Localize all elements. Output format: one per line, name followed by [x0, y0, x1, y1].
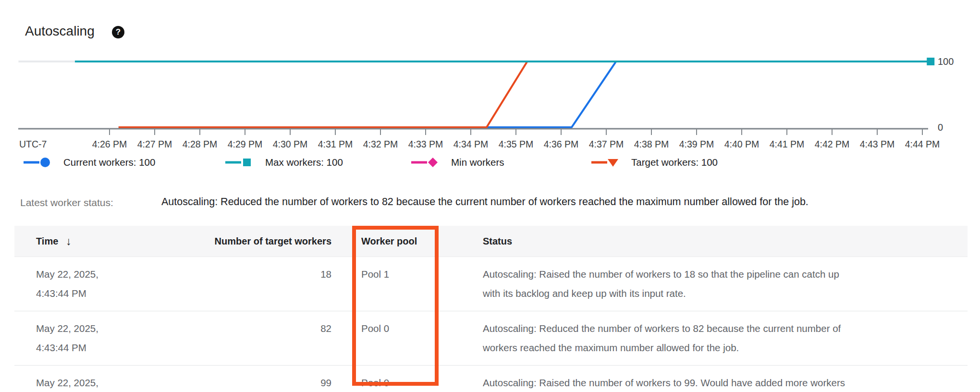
- target-workers-line-triangle-icon: [591, 156, 619, 169]
- svg-text:4:26 PM: 4:26 PM: [92, 139, 127, 149]
- svg-text:4:29 PM: 4:29 PM: [228, 139, 263, 149]
- legend-label: Target workers: 100: [631, 157, 718, 168]
- svg-text:4:34 PM: 4:34 PM: [453, 139, 489, 149]
- svg-text:0: 0: [938, 122, 943, 133]
- legend-item-min-workers[interactable]: Min workers: [411, 156, 504, 169]
- svg-text:4:36 PM: 4:36 PM: [544, 139, 579, 149]
- legend-item-current-workers[interactable]: Current workers: 100: [23, 156, 155, 169]
- legend-label: Min workers: [451, 157, 504, 168]
- worker-pool-cell: Pool 0: [341, 311, 456, 346]
- table-row: May 22, 2025, 4:34:14 PM 99 Pool 0 Autos…: [14, 365, 968, 392]
- table-header-row: Time↓ Number of target workers Worker po…: [14, 226, 968, 257]
- svg-text:100: 100: [938, 56, 954, 67]
- svg-text:4:40 PM: 4:40 PM: [724, 139, 760, 149]
- column-header-target-workers: Number of target workers: [183, 236, 341, 247]
- sort-descending-icon[interactable]: ↓: [66, 235, 72, 248]
- target-workers-cell: 99: [183, 366, 341, 392]
- svg-text:4:35 PM: 4:35 PM: [499, 139, 534, 149]
- column-header-status: Status: [456, 236, 968, 247]
- status-cell: Autoscaling: Reduced the number of worke…: [456, 311, 968, 365]
- table-row: May 22, 2025, 4:43:44 PM 18 Pool 1 Autos…: [14, 257, 968, 311]
- status-cell: Autoscaling: Raised the number of worker…: [456, 257, 968, 311]
- svg-text:4:28 PM: 4:28 PM: [183, 139, 218, 149]
- max-workers-line-square-icon: [225, 156, 253, 169]
- column-header-time[interactable]: Time↓: [14, 235, 183, 248]
- latest-worker-status-value: Autoscaling: Reduced the number of worke…: [161, 196, 808, 208]
- svg-text:4:41 PM: 4:41 PM: [770, 139, 805, 149]
- svg-text:4:33 PM: 4:33 PM: [408, 139, 443, 149]
- legend-label: Current workers: 100: [63, 157, 155, 168]
- svg-text:4:32 PM: 4:32 PM: [363, 139, 398, 149]
- worker-pool-cell: Pool 0: [341, 366, 456, 392]
- svg-text:4:27 PM: 4:27 PM: [137, 139, 172, 149]
- svg-text:4:43 PM: 4:43 PM: [860, 139, 895, 149]
- svg-text:4:31 PM: 4:31 PM: [318, 139, 353, 149]
- time-cell: May 22, 2025, 4:43:44 PM: [14, 257, 183, 311]
- svg-text:UTC-7: UTC-7: [19, 139, 47, 149]
- svg-text:4:30 PM: 4:30 PM: [273, 139, 308, 149]
- svg-text:4:42 PM: 4:42 PM: [815, 139, 850, 149]
- svg-text:4:38 PM: 4:38 PM: [634, 139, 669, 149]
- legend-item-max-workers[interactable]: Max workers: 100: [225, 156, 343, 169]
- svg-text:4:44 PM: 4:44 PM: [905, 139, 940, 149]
- time-cell: May 22, 2025, 4:43:44 PM: [14, 311, 183, 365]
- worker-pool-cell: Pool 1: [341, 257, 456, 292]
- worker-events-table: Time↓ Number of target workers Worker po…: [14, 226, 968, 392]
- column-header-worker-pool: Worker pool: [341, 236, 456, 247]
- legend-label: Max workers: 100: [265, 157, 343, 168]
- current-workers-line-circle-icon: [23, 156, 51, 169]
- status-cell: Autoscaling: Raised the number of worker…: [456, 366, 968, 392]
- svg-text:4:39 PM: 4:39 PM: [679, 139, 714, 149]
- latest-worker-status-label: Latest worker status:: [20, 197, 113, 208]
- min-workers-line-diamond-icon: [411, 156, 439, 169]
- svg-text:4:37 PM: 4:37 PM: [589, 139, 624, 149]
- target-workers-cell: 18: [183, 257, 341, 292]
- time-cell: May 22, 2025, 4:34:14 PM: [14, 366, 183, 392]
- target-workers-cell: 82: [183, 311, 341, 346]
- table-row: May 22, 2025, 4:43:44 PM 82 Pool 0 Autos…: [14, 311, 968, 365]
- legend-item-target-workers[interactable]: Target workers: 100: [591, 156, 718, 169]
